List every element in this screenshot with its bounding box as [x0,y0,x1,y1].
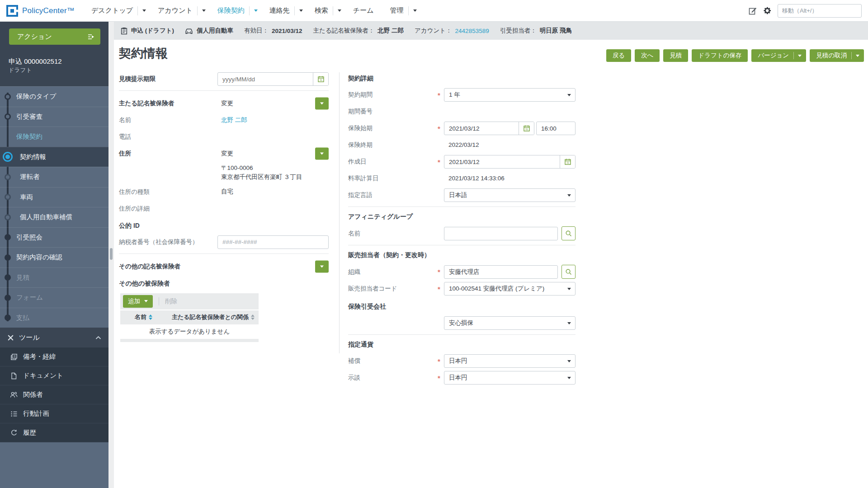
account-number: アカウント：2442853589 [415,27,489,35]
divider [119,253,329,254]
chevron-down-icon [202,9,206,12]
step-policy-info[interactable]: 契約情報 [0,147,108,167]
withdraw-quote-button[interactable]: 見積の取消 [810,49,864,62]
menu-team[interactable]: チーム [347,0,384,22]
menu-policy[interactable]: 保険契約 [212,0,264,22]
menu-contacts[interactable]: 連絡先 [264,0,309,22]
step-dot [5,194,11,200]
car-icon [185,28,193,34]
sidebar: アクション 申込 0000002512 ドラフト 保険のタイプ 引受審査 保険契… [0,22,108,488]
gear-icon[interactable] [763,6,772,15]
splitter-grip [110,248,113,260]
tool-notes[interactable]: 備考・経緯 [0,347,108,366]
account-link[interactable]: 2442853589 [455,28,489,34]
language-row: 指定言語 日本語 [348,188,576,202]
quote-deadline-input[interactable] [218,73,313,85]
created-date-input[interactable] [444,155,560,168]
chevron-down-icon [144,300,148,302]
primary-insured-menu-button[interactable] [315,98,329,110]
created-date-row: 作成日 * 31 [348,155,576,169]
tools-header[interactable]: ツール [0,328,108,347]
delete-button-disabled: 削除 [165,297,177,305]
affinity-search-button[interactable] [561,226,576,240]
underwriting-company-header: 保険引受会社 [348,303,576,311]
language-select[interactable]: 日本語 [444,188,576,202]
term-number-row: 期間番号 [348,105,576,118]
start-date-input[interactable] [444,122,519,135]
job-status: ドラフト [9,67,62,73]
save-draft-button[interactable]: ドラフトの保存 [692,49,748,62]
document-icon [9,372,18,380]
term-select[interactable]: 1 年 [444,88,576,102]
producer-code-select[interactable]: 100-002541 安藤代理店 (プレミア) [444,282,576,296]
coverage-currency-row: 補償 * 日本円 [348,354,576,368]
back-button[interactable]: 戻る [606,49,631,62]
form-area: 見積提示期限 31 主たる記名被保険者 変更 名前 北野 二郎 [114,72,868,488]
product-type: 個人用自動車 [185,27,233,35]
next-button[interactable]: 次へ [635,49,660,62]
chevron-down-icon [567,94,571,96]
calendar-icon[interactable]: 31 [313,73,328,85]
calendar-icon[interactable]: 31 [560,155,575,168]
main-menu: デスクトップ アカウント 保険契約 連絡先 検索 チーム 管理 [85,0,423,22]
quote-button[interactable]: 見積 [663,49,688,62]
other-insured-table: 追加 削除 名前 主たる記名被保険者との関係 表示するデータがありません [120,293,259,342]
calendar-icon[interactable]: 31 [519,122,534,135]
add-button[interactable]: 追加 [123,295,153,308]
step-policy-contract[interactable]: 保険契約 [0,127,108,147]
goto-input[interactable] [778,4,862,18]
tool-history[interactable]: 履歴 [0,423,108,442]
organization-search-button[interactable] [561,265,576,279]
start-time-input[interactable] [536,122,576,135]
step-dot [5,214,11,221]
sort-relation-column[interactable]: 主たる記名被保険者との関係 [172,313,259,321]
sidebar-splitter[interactable] [108,22,114,488]
actions-button[interactable]: アクション [9,28,100,45]
step-policy-type[interactable]: 保険のタイプ [0,86,108,107]
quote-deadline-row: 見積提示期限 31 [119,72,329,86]
step-underwriting[interactable]: 引受審査 [0,107,108,127]
policycenter-logo-icon [6,5,18,17]
sort-icon [251,314,255,320]
menu-account[interactable]: アカウント [152,0,212,22]
affinity-name-input[interactable] [444,227,558,240]
affinity-name-row: 名前 [348,226,576,240]
tool-action-plan[interactable]: 行動計画 [0,404,108,423]
step-forms: フォーム [0,287,108,308]
step-dot [5,254,11,261]
step-pa-coverages[interactable]: 個人用自動車補償 [0,207,108,227]
app-logo[interactable]: PolicyCenter™ [6,5,75,17]
step-dot [5,174,11,180]
other-named-insured-menu-button[interactable] [315,260,329,272]
address-value-row: 〒100-0006 東京都千代田区有楽町 ３丁目 [119,164,329,182]
settlement-currency-select[interactable]: 日本円 [444,371,576,385]
version-button[interactable]: バージョン [751,49,806,62]
underwriting-company-select[interactable]: 安心損保 [444,316,576,330]
insured-name-link[interactable]: 北野 二郎 [217,116,247,125]
step-dot [5,234,11,240]
compose-icon[interactable] [748,6,757,15]
term-row: 契約期間 * 1 年 [348,88,576,102]
step-drivers[interactable]: 運転者 [0,167,108,187]
tool-participants[interactable]: 関係者 [0,385,108,404]
step-policy-review[interactable]: 契約内容の確認 [0,247,108,267]
step-uw-issues[interactable]: 引受照会 [0,227,108,248]
currency-header: 指定通貨 [348,341,576,349]
address-detail-row: 住所の詳細 [119,202,329,216]
coverage-currency-select[interactable]: 日本円 [444,354,576,368]
step-vehicles[interactable]: 車両 [0,187,108,207]
menu-search[interactable]: 検索 [309,0,347,22]
required-asterisk: * [438,374,444,382]
underwriting-company-row: 安心損保 [348,316,576,330]
chevron-down-icon [254,9,258,12]
nav-right [748,4,862,18]
menu-admin[interactable]: 管理 [384,0,423,22]
address-menu-button[interactable] [315,148,329,160]
tax-id-input[interactable] [217,235,329,249]
chevron-up-icon [95,336,101,340]
submission-icon [120,27,128,35]
menu-desktop[interactable]: デスクトップ [85,0,152,22]
organization-input[interactable] [444,265,558,279]
sort-name-column[interactable]: 名前 [132,313,172,321]
tool-documents[interactable]: ドキュメント [0,366,108,385]
